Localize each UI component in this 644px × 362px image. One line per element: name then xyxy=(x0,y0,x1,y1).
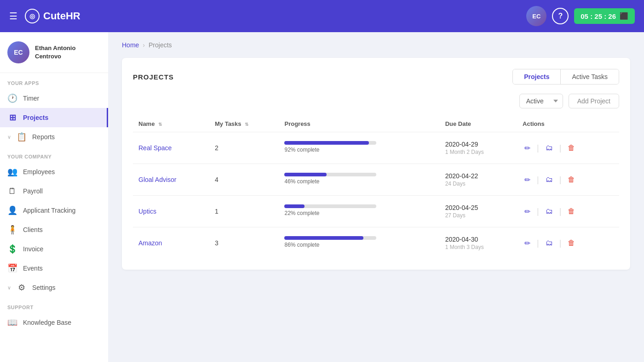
sidebar-item-label: Knowledge Base xyxy=(23,319,101,326)
action-separator: | xyxy=(559,143,562,153)
project-link[interactable]: Gloal Advisor xyxy=(138,176,176,183)
logo: ◎ CuteHR xyxy=(25,9,80,23)
due-date-cell: 2020-04-22 24 Days xyxy=(440,164,517,196)
my-tasks-cell: 1 xyxy=(209,196,279,227)
progress-bar-wrap: 46% complete xyxy=(284,173,434,185)
action-separator: | xyxy=(537,175,539,185)
action-separator: | xyxy=(537,238,539,248)
due-sub: 24 Days xyxy=(445,181,512,187)
edit-button[interactable]: ✏ xyxy=(523,237,532,249)
project-name-cell: Real Space xyxy=(133,132,209,164)
archive-button[interactable]: 🗂 xyxy=(544,237,555,249)
col-due-date: Due Date xyxy=(440,116,517,132)
action-buttons: ✏ | 🗂 | 🗑 xyxy=(523,237,614,249)
delete-button[interactable]: 🗑 xyxy=(566,142,577,154)
knowledge-base-icon: 📖 xyxy=(7,317,17,328)
edit-button[interactable]: ✏ xyxy=(523,142,532,154)
project-link[interactable]: Real Space xyxy=(138,144,172,152)
edit-button[interactable]: ✏ xyxy=(523,174,532,186)
sidebar-item-label: Applicant Tracking xyxy=(23,207,101,214)
breadcrumb: Home › Projects xyxy=(122,41,630,49)
due-sub: 27 Days xyxy=(445,212,512,219)
employees-icon: 👥 xyxy=(7,167,17,177)
invoice-icon: 💲 xyxy=(7,244,17,254)
delete-button[interactable]: 🗑 xyxy=(566,205,577,217)
action-buttons: ✏ | 🗂 | 🗑 xyxy=(523,142,614,154)
help-button[interactable]: ? xyxy=(552,8,569,24)
archive-button[interactable]: 🗂 xyxy=(544,205,555,217)
chevron-icon: ∨ xyxy=(7,134,11,140)
progress-bar-bg xyxy=(284,204,376,208)
sort-icon: ⇅ xyxy=(158,122,162,127)
timer-button[interactable]: 05 : 25 : 26 ⬛ xyxy=(574,8,635,24)
header-avatar[interactable]: EC xyxy=(526,6,546,26)
tab-group: Projects Active Tasks xyxy=(512,69,619,85)
table-row: Uptics 1 22% complete 2020-04-25 27 Days… xyxy=(133,196,619,227)
col-my-tasks: My Tasks ⇅ xyxy=(209,116,279,132)
progress-bar-bg xyxy=(284,173,376,176)
sidebar-item-invoice[interactable]: 💲 Invoice xyxy=(0,239,108,259)
projects-icon: ⊞ xyxy=(7,113,17,123)
projects-card: PROJECTS Projects Active Tasks Active In… xyxy=(122,58,630,270)
sidebar: EC Ethan AntonioCentrovo Your Apps 🕐 Tim… xyxy=(0,32,108,362)
action-separator: | xyxy=(537,143,539,153)
table-header-row: Name ⇅ My Tasks ⇅ Progress Due Date Acti… xyxy=(133,116,619,132)
project-name-cell: Gloal Advisor xyxy=(133,164,209,196)
sidebar-item-applicant-tracking[interactable]: 👤 Applicant Tracking xyxy=(0,201,108,220)
due-date-cell: 2020-04-30 1 Month 3 Days xyxy=(440,227,517,259)
sidebar-item-label: Employees xyxy=(23,168,101,175)
chevron-icon: ∨ xyxy=(7,285,11,291)
filter-row: Active Inactive All Add Project xyxy=(133,94,619,108)
action-separator: | xyxy=(559,238,562,248)
actions-cell: ✏ | 🗂 | 🗑 xyxy=(517,227,619,259)
sidebar-item-timer[interactable]: 🕐 Timer xyxy=(0,89,108,108)
progress-bar-wrap: 86% complete xyxy=(284,236,434,248)
tab-projects[interactable]: Projects xyxy=(513,69,561,84)
sort-icon: ⇅ xyxy=(245,122,248,127)
edit-button[interactable]: ✏ xyxy=(523,205,532,218)
sidebar-item-knowledge-base[interactable]: 📖 Knowledge Base xyxy=(0,313,108,332)
sidebar-item-clients[interactable]: 🧍 Clients xyxy=(0,220,108,239)
your-company-label: Your Company xyxy=(0,147,108,162)
my-tasks-cell: 3 xyxy=(209,227,279,259)
support-label: Support xyxy=(0,297,108,313)
project-link[interactable]: Uptics xyxy=(138,208,156,215)
due-date-cell: 2020-04-25 27 Days xyxy=(440,196,517,227)
table-row: Real Space 2 92% complete 2020-04-29 1 M… xyxy=(133,132,619,164)
due-date: 2020-04-25 xyxy=(445,204,512,211)
progress-cell: 92% complete xyxy=(279,132,439,164)
sidebar-item-label: Timer xyxy=(23,95,101,102)
reports-icon: 📋 xyxy=(17,132,27,142)
progress-label: 86% complete xyxy=(284,242,434,248)
sidebar-item-projects[interactable]: ⊞ Projects xyxy=(0,108,108,127)
user-section: EC Ethan AntonioCentrovo xyxy=(0,32,108,73)
sidebar-item-employees[interactable]: 👥 Employees xyxy=(0,162,108,181)
sidebar-item-settings[interactable]: ∨ ⚙ Settings xyxy=(0,278,108,297)
header: ☰ ◎ CuteHR EC ? 05 : 25 : 26 ⬛ xyxy=(0,0,644,32)
project-link[interactable]: Amazon xyxy=(138,239,162,247)
delete-button[interactable]: 🗑 xyxy=(566,237,577,249)
add-project-button[interactable]: Add Project xyxy=(569,94,619,108)
tab-active-tasks[interactable]: Active Tasks xyxy=(561,69,619,84)
header-right: EC ? 05 : 25 : 26 ⬛ xyxy=(526,6,635,26)
breadcrumb-home[interactable]: Home xyxy=(122,41,139,49)
logo-icon: ◎ xyxy=(25,9,40,23)
timer-display: 05 : 25 : 26 xyxy=(581,12,616,20)
status-filter[interactable]: Active Inactive All xyxy=(519,94,563,108)
projects-table: Name ⇅ My Tasks ⇅ Progress Due Date Acti… xyxy=(133,116,619,259)
actions-cell: ✏ | 🗂 | 🗑 xyxy=(517,132,619,164)
archive-button[interactable]: 🗂 xyxy=(544,142,555,154)
due-date: 2020-04-30 xyxy=(445,236,512,243)
sidebar-item-reports[interactable]: ∨ 📋 Reports xyxy=(0,127,108,147)
my-tasks-cell: 2 xyxy=(209,132,279,164)
archive-button[interactable]: 🗂 xyxy=(544,174,555,186)
progress-bar-fill xyxy=(284,236,363,240)
my-tasks-cell: 4 xyxy=(209,164,279,196)
table-row: Gloal Advisor 4 46% complete 2020-04-22 … xyxy=(133,164,619,196)
hamburger-icon[interactable]: ☰ xyxy=(9,11,17,22)
due-sub: 1 Month 2 Days xyxy=(445,149,512,155)
sidebar-item-payroll[interactable]: 🗒 Payroll xyxy=(0,181,108,201)
delete-button[interactable]: 🗑 xyxy=(566,174,577,186)
sidebar-item-events[interactable]: 📅 Events xyxy=(0,259,108,278)
clients-icon: 🧍 xyxy=(7,225,17,235)
